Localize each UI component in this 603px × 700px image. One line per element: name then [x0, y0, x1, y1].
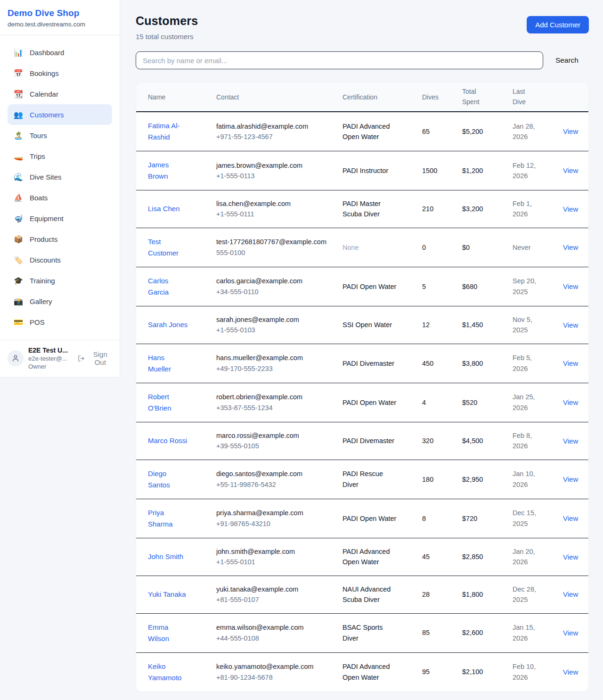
sidebar-item-bookings[interactable]: 📅 Bookings	[8, 63, 112, 83]
customer-phone: 555-0100	[216, 247, 336, 258]
customer-name-link[interactable]: James Brown	[148, 159, 189, 182]
view-link[interactable]: View	[563, 590, 578, 598]
customer-name-link[interactable]: John Smith	[148, 551, 183, 562]
customer-last-dive: Dec 28, 2025	[513, 584, 542, 605]
sidebar-item-label: Equipment	[30, 214, 64, 222]
sidebar-nav: 📊 Dashboard 📅 Bookings 📆 Calendar 👥 Cust…	[0, 35, 120, 340]
sidebar-item-discounts[interactable]: 🏷️ Discounts	[8, 249, 112, 270]
sidebar-item-label: POS	[30, 318, 45, 326]
customer-certification: PADI Advanced Open Water	[342, 546, 399, 568]
customer-total-spent: $2,850	[462, 538, 513, 576]
customer-row: Lisa Chen lisa.chen@example.com +1-555-0…	[136, 190, 589, 228]
search-input[interactable]	[136, 51, 543, 69]
sidebar-item-label: Customers	[30, 111, 64, 119]
sidebar-item-products[interactable]: 📦 Products	[8, 229, 112, 249]
sidebar-item-trips[interactable]: 🚤 Trips	[8, 146, 112, 166]
customer-total-spent: $720	[462, 499, 513, 538]
search-row: Search	[136, 51, 589, 69]
customer-certification: SSI Open Water	[342, 320, 392, 330]
customer-total-spent: $3,800	[462, 344, 513, 383]
customer-name-link[interactable]: Diego Santos	[148, 468, 189, 491]
column-header-last-dive: Last Dive	[513, 82, 563, 112]
view-link[interactable]: View	[563, 321, 578, 329]
customer-phone: +91-98765-43210	[216, 519, 336, 529]
customer-total-spent: $4,500	[462, 422, 513, 460]
view-link[interactable]: View	[563, 668, 578, 676]
customer-total-spent: $2,950	[462, 460, 513, 499]
customer-email: keiko.yamamoto@example.com	[216, 661, 336, 672]
sign-out-label: Sign Out	[89, 350, 112, 366]
customer-dives: 180	[422, 460, 462, 499]
sidebar-item-dashboard[interactable]: 📊 Dashboard	[8, 42, 112, 63]
customer-total-spent: $0	[462, 228, 513, 267]
customer-row: Emma Wilson emma.wilson@example.com +44-…	[136, 613, 589, 652]
customers-table: Name Contact Certification Dives Total S…	[136, 82, 589, 692]
customer-certification: PADI Divemaster	[342, 436, 394, 446]
calendar-icon: 📆	[13, 90, 24, 99]
customer-name-link[interactable]: Emma Wilson	[148, 622, 189, 644]
customer-email: sarah.jones@example.com	[216, 314, 336, 325]
customer-name-link[interactable]: Sarah Jones	[148, 319, 187, 330]
user-info: E2E Test U... e2e-tester@... Owner	[28, 346, 73, 370]
customer-dives: 450	[422, 344, 462, 383]
avatar	[8, 350, 24, 366]
sign-out-button[interactable]: Sign Out	[78, 350, 112, 366]
customer-phone: +81-555-0107	[216, 594, 336, 605]
person-icon	[11, 354, 20, 362]
customer-phone: +44-555-0108	[216, 633, 336, 643]
customers-icon: 👥	[13, 110, 24, 119]
customer-name-link[interactable]: Robert O'Brien	[148, 391, 189, 414]
customer-name-link[interactable]: Carlos Garcia	[148, 275, 189, 298]
customer-name-link[interactable]: Hans Mueller	[148, 352, 189, 375]
view-link[interactable]: View	[563, 282, 578, 290]
search-button[interactable]: Search	[543, 56, 589, 65]
view-link[interactable]: View	[563, 398, 578, 406]
add-customer-button[interactable]: Add Customer	[527, 16, 589, 33]
sidebar-item-dive-sites[interactable]: 🌊 Dive Sites	[8, 166, 112, 187]
customer-name-link[interactable]: Keiko Yamamoto	[148, 661, 189, 684]
view-link[interactable]: View	[563, 629, 578, 637]
customer-row: Priya Sharma priya.sharma@example.com +9…	[136, 499, 589, 538]
view-link[interactable]: View	[563, 205, 578, 213]
sidebar-item-equipment[interactable]: 🤿 Equipment	[8, 208, 112, 229]
customer-last-dive: Dec 15, 2025	[513, 508, 542, 529]
customer-phone: +81-90-1234-5678	[216, 672, 336, 683]
customer-name-link[interactable]: Priya Sharma	[148, 507, 189, 530]
sidebar-item-training[interactable]: 🎓 Training	[8, 270, 112, 291]
sidebar-item-label: Tours	[30, 132, 47, 140]
customer-phone: +34-555-0110	[216, 287, 336, 297]
column-header-name: Name	[136, 82, 216, 112]
customer-name-link[interactable]: Yuki Tanaka	[148, 589, 186, 600]
sidebar-item-boats[interactable]: ⛵ Boats	[8, 187, 112, 208]
training-icon: 🎓	[13, 276, 24, 285]
customer-dives: 1500	[422, 151, 462, 190]
sidebar-item-calendar[interactable]: 📆 Calendar	[8, 83, 112, 104]
view-link[interactable]: View	[563, 553, 578, 561]
view-link[interactable]: View	[563, 127, 578, 135]
sidebar-item-pos[interactable]: 💳 POS	[8, 312, 112, 332]
customer-row: Robert O'Brien robert.obrien@example.com…	[136, 383, 589, 422]
user-role: Owner	[28, 363, 73, 370]
tours-icon: 🏝️	[13, 131, 24, 140]
view-link[interactable]: View	[563, 166, 578, 174]
view-link[interactable]: View	[563, 475, 578, 483]
sidebar-item-gallery[interactable]: 📸 Gallery	[8, 291, 112, 312]
view-link[interactable]: View	[563, 514, 578, 522]
customer-last-dive: Feb 10, 2026	[513, 661, 542, 683]
view-link[interactable]: View	[563, 359, 578, 367]
customer-name-link[interactable]: Lisa Chen	[148, 203, 180, 214]
customer-name-link[interactable]: Marco Rossi	[148, 435, 187, 446]
customer-dives: 0	[422, 228, 462, 267]
column-header-contact: Contact	[216, 82, 342, 112]
customer-row: Marco Rossi marco.rossi@example.com +39-…	[136, 422, 589, 460]
sidebar-item-customers[interactable]: 👥 Customers	[8, 104, 112, 125]
sidebar-item-label: Gallery	[30, 297, 52, 305]
bookings-icon: 📅	[13, 69, 24, 78]
view-link[interactable]: View	[563, 437, 578, 445]
sidebar-item-tours[interactable]: 🏝️ Tours	[8, 125, 112, 146]
customer-name-link[interactable]: Fatima Al-Rashid	[148, 120, 189, 143]
customers-table-card: Name Contact Certification Dives Total S…	[136, 82, 589, 692]
view-link[interactable]: View	[563, 243, 578, 251]
customer-last-dive: Nov 5, 2025	[513, 314, 542, 336]
customer-name-link[interactable]: Test Customer	[148, 236, 189, 259]
